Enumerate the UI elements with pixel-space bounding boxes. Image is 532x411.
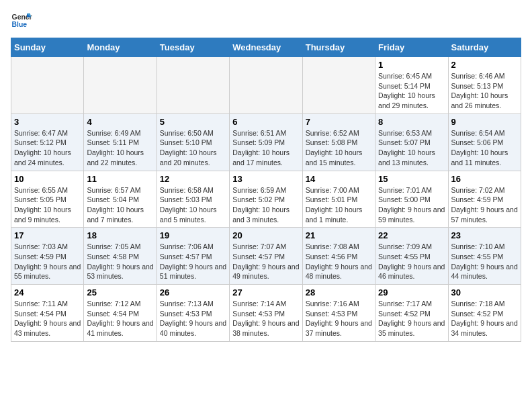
calendar-day-header: Saturday (448, 38, 521, 57)
day-info: Sunrise: 6:52 AM Sunset: 5:08 PM Dayligh… (306, 128, 372, 168)
day-info: Sunrise: 7:17 AM Sunset: 4:52 PM Dayligh… (378, 299, 445, 338)
day-number: 22 (378, 230, 445, 240)
day-number: 6 (232, 117, 299, 127)
day-info: Sunrise: 6:50 AM Sunset: 5:10 PM Dayligh… (160, 128, 226, 168)
logo: General Blue (11, 11, 32, 32)
calendar-week-row: 10Sunrise: 6:55 AM Sunset: 5:05 PM Dayli… (11, 171, 521, 228)
calendar-cell: 17Sunrise: 7:03 AM Sunset: 4:59 PM Dayli… (11, 228, 84, 285)
calendar-cell (11, 57, 84, 114)
day-info: Sunrise: 7:18 AM Sunset: 4:52 PM Dayligh… (451, 299, 518, 338)
calendar-cell: 18Sunrise: 7:05 AM Sunset: 4:58 PM Dayli… (84, 228, 157, 285)
calendar-cell: 21Sunrise: 7:08 AM Sunset: 4:56 PM Dayli… (302, 228, 375, 285)
day-number: 10 (14, 174, 81, 184)
calendar-cell (302, 57, 375, 114)
calendar-cell: 8Sunrise: 6:53 AM Sunset: 5:07 PM Daylig… (375, 113, 448, 171)
calendar-cell: 28Sunrise: 7:16 AM Sunset: 4:53 PM Dayli… (302, 285, 375, 342)
calendar-day-header: Sunday (11, 38, 84, 57)
calendar-cell: 2Sunrise: 6:46 AM Sunset: 5:13 PM Daylig… (448, 57, 521, 114)
calendar-cell: 27Sunrise: 7:14 AM Sunset: 4:53 PM Dayli… (230, 285, 302, 342)
day-number: 15 (378, 174, 445, 184)
day-number: 7 (306, 117, 372, 127)
day-number: 29 (378, 287, 445, 298)
calendar-cell: 30Sunrise: 7:18 AM Sunset: 4:52 PM Dayli… (448, 285, 521, 342)
day-number: 26 (160, 287, 226, 298)
day-number: 19 (160, 230, 226, 240)
calendar-cell: 22Sunrise: 7:09 AM Sunset: 4:55 PM Dayli… (375, 228, 448, 285)
logo-icon: General Blue (11, 11, 32, 32)
day-info: Sunrise: 7:07 AM Sunset: 4:57 PM Dayligh… (232, 242, 299, 281)
day-number: 14 (306, 174, 372, 184)
day-info: Sunrise: 6:49 AM Sunset: 5:11 PM Dayligh… (87, 128, 153, 168)
day-number: 17 (14, 230, 81, 240)
calendar-cell: 10Sunrise: 6:55 AM Sunset: 5:05 PM Dayli… (11, 171, 84, 228)
calendar-cell: 11Sunrise: 6:57 AM Sunset: 5:04 PM Dayli… (84, 171, 157, 228)
calendar-cell: 6Sunrise: 6:51 AM Sunset: 5:09 PM Daylig… (230, 113, 302, 171)
calendar-cell: 26Sunrise: 7:13 AM Sunset: 4:53 PM Dayli… (157, 285, 229, 342)
calendar-week-row: 24Sunrise: 7:11 AM Sunset: 4:54 PM Dayli… (11, 285, 521, 342)
day-info: Sunrise: 7:01 AM Sunset: 5:00 PM Dayligh… (378, 185, 445, 225)
day-number: 11 (87, 174, 153, 184)
day-number: 18 (87, 230, 153, 240)
day-info: Sunrise: 7:11 AM Sunset: 4:54 PM Dayligh… (14, 299, 81, 338)
day-number: 4 (87, 117, 153, 127)
day-info: Sunrise: 6:45 AM Sunset: 5:14 PM Dayligh… (378, 71, 445, 111)
calendar-cell (157, 57, 229, 114)
calendar-cell: 7Sunrise: 6:52 AM Sunset: 5:08 PM Daylig… (302, 113, 375, 171)
calendar-cell: 12Sunrise: 6:58 AM Sunset: 5:03 PM Dayli… (157, 171, 229, 228)
calendar-cell: 20Sunrise: 7:07 AM Sunset: 4:57 PM Dayli… (230, 228, 302, 285)
day-info: Sunrise: 7:00 AM Sunset: 5:01 PM Dayligh… (306, 185, 372, 225)
day-info: Sunrise: 6:47 AM Sunset: 5:12 PM Dayligh… (14, 128, 81, 168)
day-info: Sunrise: 7:06 AM Sunset: 4:57 PM Dayligh… (160, 242, 226, 281)
day-number: 9 (451, 117, 518, 127)
calendar-cell: 23Sunrise: 7:10 AM Sunset: 4:55 PM Dayli… (448, 228, 521, 285)
day-number: 28 (306, 287, 372, 298)
calendar-cell: 1Sunrise: 6:45 AM Sunset: 5:14 PM Daylig… (375, 57, 448, 114)
calendar-cell: 13Sunrise: 6:59 AM Sunset: 5:02 PM Dayli… (230, 171, 302, 228)
day-number: 2 (451, 60, 518, 70)
day-info: Sunrise: 7:13 AM Sunset: 4:53 PM Dayligh… (160, 299, 226, 338)
calendar-cell: 24Sunrise: 7:11 AM Sunset: 4:54 PM Dayli… (11, 285, 84, 342)
calendar-day-header: Thursday (302, 38, 375, 57)
day-number: 30 (451, 287, 518, 298)
day-info: Sunrise: 7:16 AM Sunset: 4:53 PM Dayligh… (306, 299, 372, 338)
day-number: 23 (451, 230, 518, 240)
day-info: Sunrise: 7:02 AM Sunset: 4:59 PM Dayligh… (451, 185, 518, 225)
calendar-header-row: SundayMondayTuesdayWednesdayThursdayFrid… (11, 38, 521, 57)
day-number: 13 (232, 174, 299, 184)
day-info: Sunrise: 7:05 AM Sunset: 4:58 PM Dayligh… (87, 242, 153, 281)
day-number: 3 (14, 117, 81, 127)
calendar-table: SundayMondayTuesdayWednesdayThursdayFrid… (11, 38, 521, 342)
day-number: 20 (232, 230, 299, 240)
day-info: Sunrise: 7:14 AM Sunset: 4:53 PM Dayligh… (232, 299, 299, 338)
calendar-day-header: Tuesday (157, 38, 229, 57)
calendar-cell: 3Sunrise: 6:47 AM Sunset: 5:12 PM Daylig… (11, 113, 84, 171)
day-info: Sunrise: 6:53 AM Sunset: 5:07 PM Dayligh… (378, 128, 445, 168)
calendar-cell: 19Sunrise: 7:06 AM Sunset: 4:57 PM Dayli… (157, 228, 229, 285)
day-number: 1 (378, 60, 445, 70)
day-info: Sunrise: 6:57 AM Sunset: 5:04 PM Dayligh… (87, 185, 153, 225)
day-number: 24 (14, 287, 81, 298)
calendar-cell: 4Sunrise: 6:49 AM Sunset: 5:11 PM Daylig… (84, 113, 157, 171)
day-info: Sunrise: 7:12 AM Sunset: 4:54 PM Dayligh… (87, 299, 153, 338)
calendar-cell: 15Sunrise: 7:01 AM Sunset: 5:00 PM Dayli… (375, 171, 448, 228)
calendar-week-row: 17Sunrise: 7:03 AM Sunset: 4:59 PM Dayli… (11, 228, 521, 285)
day-info: Sunrise: 7:10 AM Sunset: 4:55 PM Dayligh… (451, 242, 518, 281)
calendar-cell (230, 57, 302, 114)
day-number: 5 (160, 117, 226, 127)
day-info: Sunrise: 6:51 AM Sunset: 5:09 PM Dayligh… (232, 128, 299, 168)
day-info: Sunrise: 7:03 AM Sunset: 4:59 PM Dayligh… (14, 242, 81, 281)
day-number: 16 (451, 174, 518, 184)
day-info: Sunrise: 7:08 AM Sunset: 4:56 PM Dayligh… (306, 242, 372, 281)
calendar-day-header: Wednesday (230, 38, 302, 57)
day-number: 8 (378, 117, 445, 127)
calendar-week-row: 1Sunrise: 6:45 AM Sunset: 5:14 PM Daylig… (11, 57, 521, 114)
calendar-week-row: 3Sunrise: 6:47 AM Sunset: 5:12 PM Daylig… (11, 113, 521, 171)
day-number: 25 (87, 287, 153, 298)
day-number: 12 (160, 174, 226, 184)
calendar-cell: 16Sunrise: 7:02 AM Sunset: 4:59 PM Dayli… (448, 171, 521, 228)
calendar-cell: 25Sunrise: 7:12 AM Sunset: 4:54 PM Dayli… (84, 285, 157, 342)
calendar-cell: 14Sunrise: 7:00 AM Sunset: 5:01 PM Dayli… (302, 171, 375, 228)
day-info: Sunrise: 6:58 AM Sunset: 5:03 PM Dayligh… (160, 185, 226, 225)
day-info: Sunrise: 7:09 AM Sunset: 4:55 PM Dayligh… (378, 242, 445, 281)
page-header: General Blue (11, 11, 521, 32)
